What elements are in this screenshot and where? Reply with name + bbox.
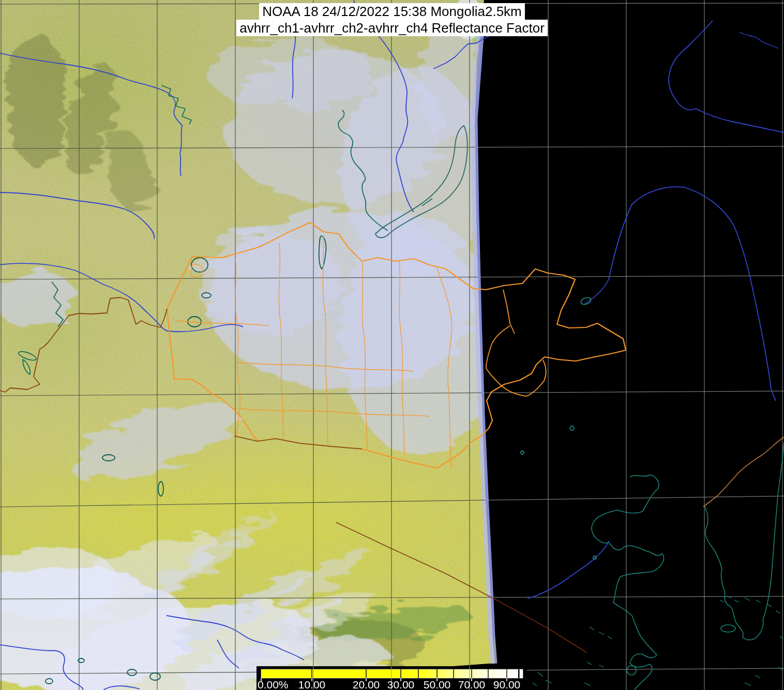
colorbar-label-90: 90.00 (493, 679, 521, 690)
satellite-map: 0.00% 10.00 20.00 30.00 50.00 70.00 90.0… (0, 0, 784, 690)
colorbar-label-10: 10.00 (298, 679, 326, 690)
colorbar-label-30: 30.00 (387, 679, 415, 690)
colorbar-label-70: 70.00 (458, 679, 486, 690)
colorbar-label-0: 0.00% (258, 679, 289, 690)
colorbar-gradient (261, 669, 523, 678)
colorbar-label-50: 50.00 (424, 679, 451, 690)
colorbar-endcap-gap (518, 669, 520, 678)
satellite-image-viewport: 0.00% 10.00 20.00 30.00 50.00 70.00 90.0… (0, 0, 784, 690)
colorbar: 0.00% 10.00 20.00 30.00 50.00 70.00 90.0… (257, 666, 526, 690)
colorbar-label-20: 20.00 (353, 679, 380, 690)
